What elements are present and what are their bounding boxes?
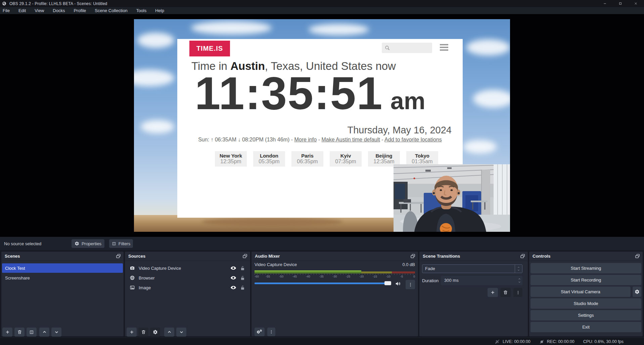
timeis-clock: 11:35:51 am: [195, 70, 425, 116]
close-button[interactable]: [628, 0, 643, 7]
add-source-button[interactable]: [127, 328, 137, 337]
advanced-audio-button[interactable]: [255, 328, 265, 336]
source-item-video-capture[interactable]: Video Capture Device: [126, 263, 249, 273]
double-gear-icon: [257, 329, 263, 335]
city-cell: Kyiv07:35pm: [330, 151, 362, 167]
trash-icon: [141, 330, 146, 335]
scene-item-clock-test[interactable]: Clock Test: [2, 263, 123, 273]
menu-scene-collection[interactable]: Scene Collection: [90, 8, 132, 13]
cloud: [141, 120, 174, 133]
statusbar-stats: LIVE: 00:00:00 REC: 00:00:00 CPU: 0.6%, …: [495, 338, 624, 345]
mixer-channel-name: Video Capture Device: [255, 262, 297, 267]
eye-visible-icon[interactable]: [230, 275, 236, 281]
webcam-overlay[interactable]: [394, 164, 510, 232]
transition-select[interactable]: Fade: [422, 264, 522, 273]
maximize-button[interactable]: [612, 0, 628, 7]
add-favorite-link: Add to favorite locations: [384, 137, 442, 142]
chevron-down-icon: [179, 330, 184, 335]
transition-menu-button[interactable]: [513, 288, 522, 297]
meter-bar: [255, 271, 415, 273]
source-properties-button[interactable]: [150, 328, 160, 337]
menu-help[interactable]: Help: [151, 8, 169, 13]
volume-slider-handle[interactable]: [384, 281, 391, 285]
scene-up-button[interactable]: [39, 328, 49, 337]
popout-icon[interactable]: [116, 253, 121, 259]
cloud: [473, 90, 510, 108]
stream-inactive-icon: [495, 339, 500, 344]
menu-file[interactable]: File: [0, 8, 14, 13]
sources-header: Sources: [125, 252, 250, 261]
remove-transition-button[interactable]: [500, 288, 511, 297]
controls-panel: Controls Start Streaming Start Recording…: [529, 252, 643, 336]
source-item-image[interactable]: Image: [126, 283, 249, 292]
lock-open-icon[interactable]: [240, 285, 245, 290]
speaker-icon[interactable]: [395, 281, 401, 287]
transitions-header: Scene Transitions: [419, 252, 528, 261]
scene-filters-button[interactable]: [27, 328, 37, 337]
globe-icon: [130, 275, 135, 281]
scenes-title: Scenes: [5, 254, 20, 259]
live-time: LIVE: 00:00:00: [503, 339, 531, 344]
minimize-button[interactable]: [597, 0, 612, 7]
add-scene-button[interactable]: [2, 328, 12, 337]
obs-window: OBS 29.1.2 - Profile: LLHLS BETA - Scene…: [0, 0, 644, 345]
remove-scene-button[interactable]: [14, 328, 25, 337]
source-item-browser[interactable]: Browser: [126, 273, 249, 283]
filters-button[interactable]: Filters: [109, 239, 133, 248]
volume-slider-track[interactable]: [255, 283, 389, 284]
settings-button[interactable]: Settings: [531, 310, 641, 320]
remove-source-button[interactable]: [138, 328, 148, 337]
popout-icon[interactable]: [520, 253, 525, 259]
audio-mixer-panel: Audio Mixer Video Capture Device 0.0 dB …: [251, 252, 418, 336]
cloud: [137, 33, 174, 48]
sources-panel: Sources Video Capture Device Browser Ima…: [125, 252, 250, 336]
rec-time: REC: 00:00:00: [547, 339, 574, 344]
webcam-video: [394, 164, 510, 232]
camera-icon: [130, 265, 135, 271]
virtual-camera-config-button[interactable]: [633, 287, 641, 297]
mixer-channel-row: Video Capture Device 0.0 dB: [255, 262, 415, 267]
lock-open-icon[interactable]: [240, 266, 245, 271]
plus-icon: [129, 330, 134, 335]
popout-icon[interactable]: [410, 253, 416, 259]
popout-icon[interactable]: [242, 253, 248, 259]
program-canvas[interactable]: TIME.IS Time in Austin, Texas, United St…: [134, 19, 510, 232]
obs-logo-icon: [2, 1, 6, 6]
lock-open-icon[interactable]: [240, 275, 245, 281]
menu-docks[interactable]: Docks: [48, 8, 69, 13]
search-icon: [384, 45, 390, 51]
menu-tools[interactable]: Tools: [132, 8, 151, 13]
duration-spinner[interactable]: [518, 276, 521, 285]
duration-spinbox[interactable]: 300 ms: [441, 276, 522, 285]
statusbar: LIVE: 00:00:00 REC: 00:00:00 CPU: 0.6%, …: [0, 338, 644, 345]
source-down-button[interactable]: [176, 328, 186, 337]
eye-visible-icon[interactable]: [230, 285, 236, 291]
menu-view[interactable]: View: [30, 8, 48, 13]
menu-profile[interactable]: Profile: [69, 8, 90, 13]
transition-select-spinner[interactable]: [515, 265, 522, 273]
exit-button[interactable]: Exit: [531, 322, 641, 332]
dock-area: Scenes Clock Test Screenshare Sources: [0, 250, 644, 338]
channel-menu-button[interactable]: [406, 280, 415, 289]
add-transition-button[interactable]: [488, 288, 498, 297]
audio-mixer-title: Audio Mixer: [255, 254, 280, 259]
properties-button[interactable]: Properties: [72, 239, 104, 248]
start-recording-button[interactable]: Start Recording: [531, 275, 641, 285]
studio-mode-button[interactable]: Studio Mode: [531, 298, 641, 309]
eye-visible-icon[interactable]: [230, 265, 236, 271]
mixer-menu-button[interactable]: [267, 328, 275, 336]
controls-title: Controls: [533, 254, 550, 259]
kebab-icon: [516, 290, 520, 295]
scene-down-button[interactable]: [51, 328, 61, 337]
source-status-text: No source selected: [4, 241, 41, 246]
chevron-down-icon: [518, 281, 521, 284]
sun-times: Sun: ↑ 06:35AM ↓ 08:20PM (13h 46m) -: [198, 137, 294, 142]
popout-icon[interactable]: [635, 253, 640, 259]
start-virtual-camera-button[interactable]: Start Virtual Camera: [531, 287, 631, 297]
source-up-button[interactable]: [164, 328, 174, 337]
start-streaming-button[interactable]: Start Streaming: [531, 263, 641, 273]
scene-item-screenshare[interactable]: Screenshare: [2, 273, 123, 283]
preview-area[interactable]: TIME.IS Time in Austin, Texas, United St…: [0, 14, 644, 237]
gear-icon: [75, 241, 79, 246]
menu-edit[interactable]: Edit: [14, 8, 30, 13]
